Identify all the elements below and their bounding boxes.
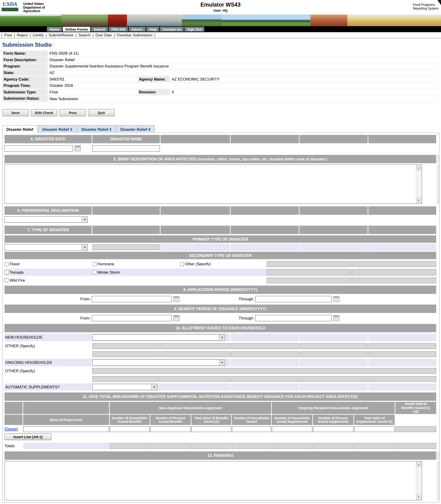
- secondary-specify-input-3b: [352, 277, 436, 283]
- link-reject[interactable]: Reject: [17, 33, 28, 37]
- application-from-calendar-icon[interactable]: [173, 296, 179, 302]
- nav-tab-fns648[interactable]: FNS-648: [109, 27, 128, 32]
- project-area-name-input[interactable]: [23, 426, 109, 432]
- form-name-label: Form Name:: [2, 50, 47, 56]
- application-through-input[interactable]: [255, 296, 332, 302]
- scroll-up-icon[interactable]: ▲: [416, 462, 421, 467]
- nav-tab-sign-out[interactable]: Sign Out: [184, 27, 204, 32]
- lavender-cell: [368, 384, 436, 390]
- textarea-scrollbar[interactable]: ▲ ▼: [416, 462, 421, 500]
- persons-issued-benefits-input[interactable]: [150, 426, 191, 432]
- section12-header-row: 12. REMARKS: [4, 452, 439, 460]
- application-from-input[interactable]: [92, 296, 172, 302]
- disaster-name-input[interactable]: [92, 145, 160, 152]
- right-strip: [437, 461, 439, 500]
- post-button[interactable]: Post: [60, 109, 86, 116]
- wild-fire-checkbox[interactable]: [4, 278, 9, 282]
- nav-tab-help[interactable]: Help: [146, 27, 159, 32]
- header-cell: [299, 226, 367, 234]
- new-households-allotment-select[interactable]: ▼: [92, 334, 225, 341]
- tab-disaster-relief[interactable]: Disaster Relief: [2, 125, 38, 133]
- delete-row-link[interactable]: [Delete]: [4, 427, 18, 431]
- value-benefits-issued-input[interactable]: [191, 426, 231, 432]
- link-certify[interactable]: Certify: [33, 33, 44, 37]
- new-other-input-5: [368, 343, 436, 349]
- disaster-date-input[interactable]: [4, 145, 73, 152]
- totals-persons-issued-benefits: [150, 443, 191, 449]
- other-specify-checkbox[interactable]: [180, 262, 184, 266]
- quit-button[interactable]: Quit: [88, 109, 115, 116]
- benefit-through-calendar-icon[interactable]: [333, 315, 339, 321]
- nav-tab-contact-us[interactable]: Contact Us: [160, 27, 184, 32]
- lavender-cell: [231, 384, 299, 390]
- automatic-supplements-select[interactable]: ▼: [92, 384, 157, 390]
- benefit-from-calendar-icon[interactable]: [173, 315, 179, 321]
- totals-row: Totals: [4, 442, 436, 449]
- insert-line-button[interactable]: Insert Line [Alt-1]: [4, 434, 51, 440]
- tab-disaster-relief-4[interactable]: Disaster Relief 4: [116, 125, 155, 133]
- header-cell: [299, 206, 367, 215]
- save-button[interactable]: Save: [2, 109, 29, 116]
- tab-disaster-relief-2[interactable]: Disaster Relief 2: [38, 125, 77, 133]
- application-period-row: From: Through:: [4, 295, 436, 303]
- households-issued-supplements-input[interactable]: [272, 426, 313, 432]
- winter-storm-checkbox[interactable]: [92, 270, 97, 274]
- ongoing-other-input-9: [299, 376, 367, 382]
- link-due-date[interactable]: Due Date: [95, 33, 112, 37]
- tab-disaster-relief-3[interactable]: Disaster Relief 3: [77, 125, 116, 133]
- ongoing-other-row-2: [4, 375, 436, 383]
- page-title: Submission Studio: [2, 42, 441, 48]
- secondary-specify-input-2a: [267, 269, 352, 275]
- agency-name-label: Agency Name:: [138, 76, 170, 83]
- primary-disaster-type-select[interactable]: ▼: [4, 244, 88, 251]
- nav-tab-search[interactable]: Search: [91, 27, 108, 32]
- benefit-through-input[interactable]: [255, 315, 332, 321]
- value-supplements-issued-input[interactable]: [354, 426, 395, 432]
- households-issued-benefits-input[interactable]: [110, 426, 150, 432]
- nav-tab-online-forms[interactable]: Online Forms: [63, 27, 91, 32]
- chevron-down-icon: ▼: [219, 360, 225, 366]
- revision-value: 0: [170, 89, 176, 95]
- ongoing-households-allotment-select[interactable]: ▼: [92, 359, 225, 366]
- link-search[interactable]: Search: [79, 33, 91, 37]
- column-header: Number of Persons Issued Benefits: [150, 415, 191, 425]
- scroll-down-icon[interactable]: ▼: [416, 198, 421, 203]
- flood-checkbox[interactable]: [4, 262, 9, 266]
- section6-input-row: ▼: [4, 216, 436, 223]
- scroll-down-icon[interactable]: ▼: [416, 494, 421, 500]
- textarea-scrollbar[interactable]: ▲ ▼: [416, 165, 421, 203]
- section12-header: 12. REMARKS: [4, 452, 436, 460]
- link-submit-revise[interactable]: Submit/Revise: [48, 33, 74, 37]
- nav-tab-home[interactable]: Home: [47, 27, 62, 32]
- banner-photo-family: [310, 15, 347, 26]
- benefit-from-input[interactable]: [92, 315, 172, 321]
- project-area-data-row: [Delete]: [4, 425, 436, 432]
- tornado-checkbox[interactable]: [4, 270, 9, 274]
- banner-photo-hills: [182, 15, 222, 26]
- nav-tab-admin[interactable]: Admin.: [129, 27, 146, 32]
- totals-persons-issued-supplements: [313, 443, 353, 449]
- disaster-date-header: 4. DISASTER DATE: [4, 135, 92, 143]
- secondary-specify-input-3a: [267, 277, 352, 283]
- banner-photo-wheat: [347, 15, 441, 26]
- edit-check-button[interactable]: Edit Check: [31, 109, 57, 116]
- presidential-declaration-select[interactable]: ▼: [4, 216, 88, 223]
- new-other-input-8: [231, 351, 299, 357]
- link-overdue-submission[interactable]: Overdue Submission: [117, 33, 153, 37]
- main-nav: Home Online Forms Search FNS-648 Admin. …: [0, 26, 441, 32]
- totals-value-supplements-issued: [354, 443, 395, 449]
- chevron-down-icon: ▼: [151, 384, 157, 390]
- scroll-up-icon[interactable]: ▲: [416, 165, 421, 170]
- link-post[interactable]: Post: [4, 33, 12, 37]
- persons-issued-supplements-input[interactable]: [313, 426, 353, 432]
- state-label: State:: [2, 70, 47, 76]
- ongoing-other-input-2: [160, 368, 230, 374]
- remarks-textarea[interactable]: ▲ ▼: [4, 461, 422, 500]
- separator: |: [75, 33, 76, 37]
- application-through-calendar-icon[interactable]: [333, 296, 339, 302]
- area-affected-textarea[interactable]: ▲ ▼: [4, 164, 422, 204]
- hurricane-checkbox[interactable]: [92, 262, 97, 266]
- disaster-date-calendar-icon[interactable]: [75, 146, 81, 151]
- column-header: Number of Households Issued Benefits: [110, 415, 150, 425]
- households-denied-input[interactable]: [232, 426, 271, 432]
